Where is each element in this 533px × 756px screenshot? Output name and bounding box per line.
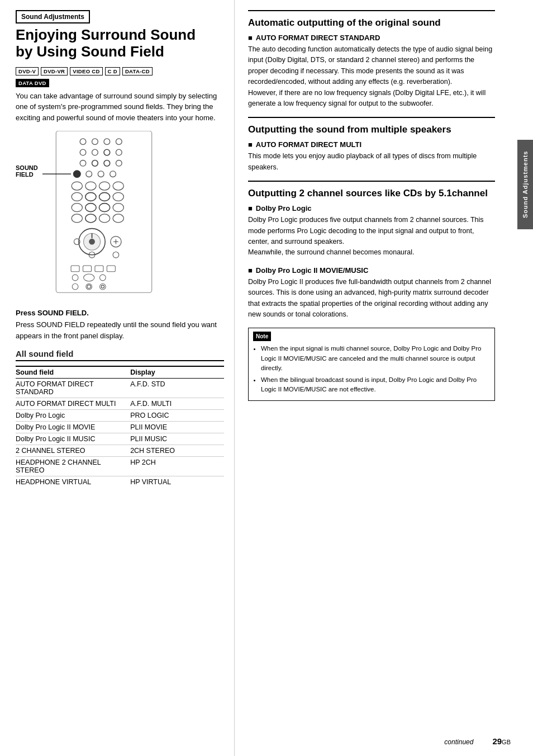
svg-point-12	[116, 160, 122, 167]
svg-point-50	[72, 284, 78, 290]
intro-text: You can take advantage of surround sound…	[16, 91, 224, 124]
section3-sub2-label: Dolby Pro Logic II MOVIE/MUSIC	[248, 266, 495, 275]
note-item-2: When the bilingual broadcast sound is in…	[261, 375, 490, 395]
press-label: Press SOUND FIELD.	[16, 309, 224, 317]
section3-sub1-text: Dolby Pro Logic produces five output cha…	[248, 215, 495, 258]
section3-title: Outputting 2 channel sources like CDs by…	[248, 187, 495, 200]
table-cell-sound-field: AUTO FORMAT DIRECT MULTI	[16, 398, 130, 410]
svg-point-48	[83, 274, 94, 281]
table-col1-header: Sound field	[16, 366, 130, 379]
table-cell-display: PLII MOVIE	[130, 422, 224, 433]
side-tab: Sound Adjustments	[517, 140, 533, 229]
svg-point-42	[113, 252, 119, 258]
svg-point-14	[86, 171, 92, 177]
badge-dvdvr: DVD-VR	[41, 67, 68, 75]
svg-point-6	[92, 149, 98, 155]
svg-point-52	[87, 285, 91, 289]
svg-point-32	[113, 214, 123, 223]
badge-datacd: DATA-CD	[122, 67, 153, 75]
svg-point-13	[73, 171, 80, 178]
svg-point-27	[99, 204, 110, 212]
note-item-1: When the input signal is multi channel s…	[261, 344, 490, 373]
section2-sub1-text: This mode lets you enjoy audio playback …	[248, 151, 495, 173]
table-row: HEADPHONE VIRTUALHP VIRTUAL	[16, 476, 224, 488]
left-column: Sound Adjustments Enjoying Surround Soun…	[0, 0, 235, 756]
table-cell-sound-field: Dolby Pro Logic	[16, 410, 130, 422]
svg-point-28	[113, 204, 123, 212]
svg-point-3	[104, 139, 110, 145]
table-cell-sound-field: Dolby Pro Logic II MOVIE	[16, 422, 130, 433]
note-box: Note When the input signal is multi chan…	[248, 328, 495, 400]
svg-rect-46	[107, 266, 115, 272]
svg-point-22	[85, 193, 96, 201]
table-row: Dolby Pro LogicPRO LOGIC	[16, 410, 224, 422]
svg-point-1	[80, 139, 86, 145]
svg-point-26	[85, 204, 96, 212]
table-cell-sound-field: 2 CHANNEL STEREO	[16, 445, 130, 457]
svg-point-19	[99, 182, 110, 190]
badge-cd: C D	[105, 67, 120, 75]
badge-videocd: VIDEO CD	[70, 67, 102, 75]
table-cell-display: PRO LOGIC	[130, 410, 224, 422]
svg-point-35	[89, 239, 95, 245]
svg-point-2	[92, 139, 98, 145]
svg-point-49	[99, 275, 106, 281]
section2-title: Outputting the sound from multiple speak…	[248, 124, 495, 136]
section1-sub1-label: AUTO FORMAT DIRECT STANDARD	[248, 34, 495, 42]
table-cell-display: 2CH STEREO	[130, 445, 224, 457]
svg-point-54	[101, 285, 104, 288]
svg-point-30	[85, 214, 96, 223]
right-column: Automatic outputting of the original sou…	[235, 0, 517, 756]
svg-rect-45	[95, 266, 103, 272]
svg-point-7	[104, 149, 110, 155]
svg-point-16	[110, 171, 116, 177]
page-number: 29GB	[492, 736, 511, 746]
badge-datadvd: DATA DVD	[16, 79, 49, 87]
diagram-area: SOUNDFIELD	[16, 131, 224, 299]
table-cell-display: PLII MUSIC	[130, 433, 224, 445]
svg-point-9	[80, 160, 86, 167]
svg-point-20	[113, 182, 123, 190]
svg-point-5	[80, 149, 86, 155]
table-cell-sound-field: HEADPHONE 2 CHANNEL STEREO	[16, 457, 130, 476]
badges-row: DVD-V DVD-VR VIDEO CD C D DATA-CD	[16, 67, 224, 75]
section3-sub2-text: Dolby Pro Logic II produces five full-ba…	[248, 277, 495, 320]
svg-point-8	[116, 149, 122, 155]
section1-rule	[248, 10, 495, 11]
badge-dvdv: DVD-V	[16, 67, 39, 75]
table-cell-display: HP 2CH	[130, 457, 224, 476]
section3-sub1-label: Dolby Pro Logic	[248, 204, 495, 212]
table-cell-sound-field: AUTO FORMAT DIRECT STANDARD	[16, 379, 130, 398]
svg-point-11	[104, 160, 110, 167]
table-row: Dolby Pro Logic II MOVIEPLII MOVIE	[16, 422, 224, 433]
svg-point-21	[72, 193, 82, 201]
section-header: Sound Adjustments	[16, 10, 90, 23]
svg-point-25	[72, 204, 82, 212]
svg-point-4	[116, 139, 122, 145]
svg-point-29	[72, 214, 82, 223]
diagram-label: SOUNDFIELD	[16, 164, 38, 178]
table-cell-display: A.F.D. MULTI	[130, 398, 224, 410]
section1-sub1-text: The auto decoding function automatically…	[248, 44, 495, 109]
table-row: Dolby Pro Logic II MUSICPLII MUSIC	[16, 433, 224, 445]
svg-point-53	[99, 284, 106, 290]
section2-rule	[248, 117, 495, 118]
svg-rect-43	[71, 266, 79, 272]
page: Sound Adjustments Enjoying Surround Soun…	[0, 0, 533, 756]
svg-point-10	[92, 160, 98, 167]
svg-point-18	[85, 182, 96, 190]
svg-point-23	[99, 193, 110, 201]
table-cell-sound-field: HEADPHONE VIRTUAL	[16, 476, 130, 488]
press-desc: Press SOUND FIELD repeatedly until the s…	[16, 319, 224, 341]
table-row: AUTO FORMAT DIRECT STANDARDA.F.D. STD	[16, 379, 224, 398]
svg-point-15	[98, 171, 104, 177]
table-row: AUTO FORMAT DIRECT MULTIA.F.D. MULTI	[16, 398, 224, 410]
table-cell-display: HP VIRTUAL	[130, 476, 224, 488]
section1-title: Automatic outputting of the original sou…	[248, 17, 495, 29]
section2-sub1-label: AUTO FORMAT DIRECT MULTI	[248, 140, 495, 149]
svg-point-31	[99, 214, 110, 223]
table-col2-header: Display	[130, 366, 224, 379]
svg-rect-44	[83, 266, 91, 272]
note-list: When the input signal is multi channel s…	[253, 344, 490, 394]
badges-row2: DATA DVD	[16, 79, 224, 87]
